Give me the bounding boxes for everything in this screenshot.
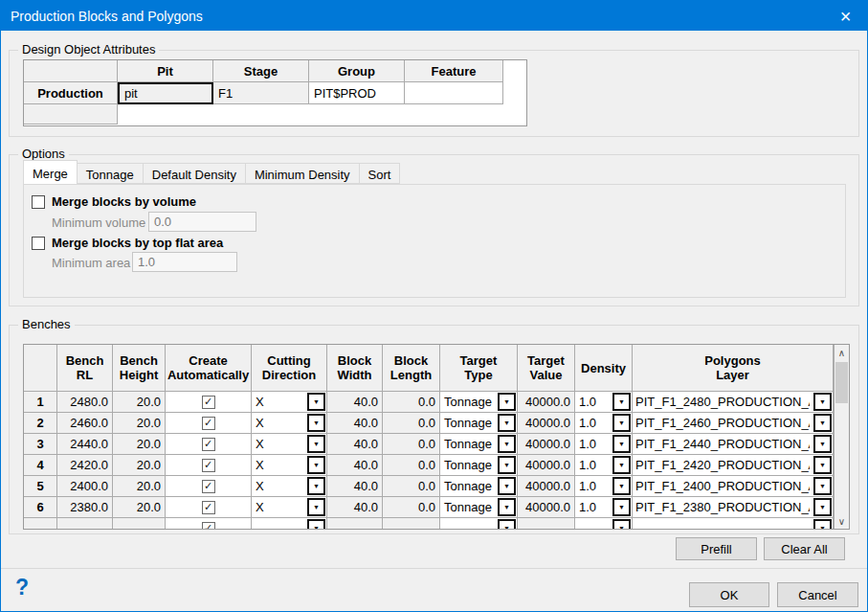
bench-cell-target_value[interactable]: 40000.0	[518, 455, 575, 476]
bench-cell-density[interactable]: 1.0▼	[575, 455, 633, 476]
tab-default-density[interactable]: Default Density	[144, 163, 246, 184]
row-checkbox-icon[interactable]: ✓	[202, 459, 215, 472]
dropdown-icon[interactable]: ▼	[307, 393, 325, 411]
scrollbar-thumb[interactable]	[835, 362, 848, 403]
bench-cell-target_type[interactable]: Tonnage▼	[440, 413, 518, 434]
ok-button[interactable]: OK	[689, 582, 769, 607]
bench-cell-direction[interactable]: X▼	[252, 413, 327, 434]
bench-cell-direction[interactable]: X▼	[252, 392, 327, 413]
merge-by-area-checkbox[interactable]	[32, 237, 45, 250]
dropdown-icon[interactable]: ▼	[612, 393, 631, 411]
tab-tonnage[interactable]: Tonnage	[78, 163, 144, 184]
bench-cell-density[interactable]: 1.0▼	[575, 434, 633, 455]
design-cell-stage[interactable]: F1	[213, 82, 309, 104]
dropdown-icon[interactable]: ▼	[813, 456, 832, 474]
row-checkbox-icon[interactable]: ✓	[202, 480, 215, 493]
bench-cell-direction[interactable]: X▼	[252, 434, 327, 455]
dropdown-icon[interactable]: ▼	[498, 435, 516, 453]
bench-cell-target_value[interactable]: 40000.0	[518, 476, 575, 497]
bench-cell-width[interactable]: 40.0	[327, 413, 383, 434]
dropdown-icon[interactable]: ▼	[813, 498, 832, 516]
bench-cell-layer[interactable]: PIT_F1_2380_PRODUCTION_ALL_N▼	[633, 497, 834, 518]
bench-cell-width[interactable]: 40.0	[327, 497, 383, 518]
dropdown-icon[interactable]: ▼	[813, 393, 832, 411]
row-checkbox-icon[interactable]: ✓	[202, 501, 215, 514]
bench-cell-length[interactable]: 0.0	[383, 413, 440, 434]
dropdown-icon[interactable]: ▼	[307, 477, 325, 495]
dropdown-icon[interactable]: ▼	[498, 498, 516, 516]
bench-cell-length[interactable]: 0.0	[383, 392, 440, 413]
close-icon[interactable]: ×	[824, 1, 867, 31]
bench-cell-layer[interactable]: PIT_F1_2420_PRODUCTION_ALL_N▼	[633, 455, 834, 476]
bench-cell-width[interactable]: 40.0	[327, 476, 383, 497]
bench-cell-length[interactable]: 0.0	[383, 455, 440, 476]
vertical-scrollbar[interactable]: ∧ ∨	[834, 345, 849, 529]
bench-cell-target_value[interactable]: 40000.0	[518, 434, 575, 455]
bench-cell-target_type[interactable]: Tonnage▼	[440, 455, 518, 476]
bench-cell-height[interactable]	[113, 518, 166, 530]
bench-cell-direction[interactable]: X▼	[252, 497, 327, 518]
row-checkbox-icon[interactable]: ✓	[202, 438, 215, 451]
bench-cell-height[interactable]: 20.0	[113, 497, 166, 518]
bench-cell-density[interactable]: 1.0▼	[575, 476, 633, 497]
dropdown-icon[interactable]: ▼	[813, 435, 832, 453]
dropdown-icon[interactable]: ▼	[612, 456, 631, 474]
dropdown-icon[interactable]: ▼	[498, 519, 516, 530]
bench-cell-create[interactable]: ✓	[166, 413, 252, 434]
bench-cell-length[interactable]	[383, 518, 440, 530]
bench-cell-rl[interactable]: 2380.0	[57, 497, 113, 518]
dropdown-icon[interactable]: ▼	[307, 435, 325, 453]
bench-cell-height[interactable]: 20.0	[113, 455, 166, 476]
bench-cell-target_type[interactable]: Tonnage▼	[440, 392, 518, 413]
bench-cell-target_type[interactable]: Tonnage▼	[440, 476, 518, 497]
bench-cell-create[interactable]: ✓	[166, 476, 252, 497]
dropdown-icon[interactable]: ▼	[813, 477, 832, 495]
bench-cell-width[interactable]	[327, 518, 383, 530]
bench-cell-target_value[interactable]	[518, 518, 575, 530]
bench-cell-direction[interactable]: X▼	[252, 455, 327, 476]
bench-cell-target_value[interactable]: 40000.0	[518, 392, 575, 413]
dropdown-icon[interactable]: ▼	[612, 435, 631, 453]
bench-cell-density[interactable]: 1.0▼	[575, 497, 633, 518]
tab-sort[interactable]: Sort	[360, 163, 401, 184]
bench-cell-height[interactable]: 20.0	[113, 392, 166, 413]
bench-cell-target_type[interactable]: ▼	[440, 518, 518, 530]
bench-cell-direction[interactable]: ▼	[252, 518, 327, 530]
minimum-area-input[interactable]: 1.0	[132, 252, 237, 272]
design-cell-feature[interactable]	[405, 82, 503, 104]
minimum-volume-input[interactable]: 0.0	[148, 212, 256, 232]
dropdown-icon[interactable]: ▼	[307, 498, 325, 516]
bench-cell-target_value[interactable]: 40000.0	[518, 413, 575, 434]
bench-cell-length[interactable]: 0.0	[383, 476, 440, 497]
bench-cell-layer[interactable]: ▼	[633, 518, 834, 530]
dropdown-icon[interactable]: ▼	[498, 414, 516, 432]
dropdown-icon[interactable]: ▼	[498, 393, 516, 411]
dropdown-icon[interactable]: ▼	[307, 414, 325, 432]
bench-cell-layer[interactable]: PIT_F1_2460_PRODUCTION_ALL_N▼	[633, 413, 834, 434]
bench-cell-rl[interactable]	[57, 518, 113, 530]
bench-cell-create[interactable]: ✓	[166, 518, 252, 530]
row-checkbox-icon[interactable]: ✓	[202, 417, 215, 430]
row-checkbox-icon[interactable]: ✓	[202, 522, 215, 531]
bench-cell-create[interactable]: ✓	[166, 455, 252, 476]
bench-cell-width[interactable]: 40.0	[327, 434, 383, 455]
bench-cell-length[interactable]: 0.0	[383, 497, 440, 518]
bench-cell-density[interactable]: 1.0▼	[575, 413, 633, 434]
bench-cell-rl[interactable]: 2480.0	[57, 392, 113, 413]
bench-cell-height[interactable]: 20.0	[113, 434, 166, 455]
tab-minimum-density[interactable]: Minimum Density	[246, 163, 360, 184]
dropdown-icon[interactable]: ▼	[612, 414, 631, 432]
bench-cell-width[interactable]: 40.0	[327, 392, 383, 413]
dropdown-icon[interactable]: ▼	[307, 519, 325, 530]
bench-cell-target_type[interactable]: Tonnage▼	[440, 434, 518, 455]
scroll-down-icon[interactable]: ∨	[835, 513, 849, 529]
bench-cell-rl[interactable]: 2460.0	[57, 413, 113, 434]
dropdown-icon[interactable]: ▼	[813, 414, 832, 432]
bench-cell-create[interactable]: ✓	[166, 392, 252, 413]
prefill-button[interactable]: Prefill	[676, 537, 757, 560]
bench-cell-layer[interactable]: PIT_F1_2400_PRODUCTION_ALL_N▼	[633, 476, 834, 497]
bench-cell-density[interactable]: ▼	[575, 518, 633, 530]
help-icon[interactable]: ?	[15, 575, 29, 601]
bench-cell-height[interactable]: 20.0	[113, 413, 166, 434]
tab-merge[interactable]: Merge	[23, 160, 78, 184]
